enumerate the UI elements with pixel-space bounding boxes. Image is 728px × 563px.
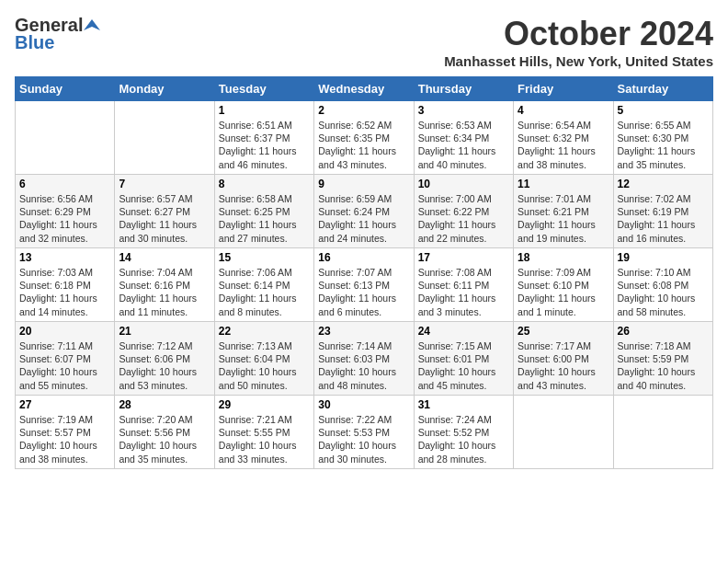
day-content: Sunrise: 7:10 AMSunset: 6:08 PMDaylight:…: [618, 266, 709, 318]
day-number: 3: [418, 104, 509, 117]
calendar-cell: 7Sunrise: 6:57 AMSunset: 6:27 PMDaylight…: [115, 175, 214, 248]
header-thursday: Thursday: [414, 77, 513, 101]
day-number: 31: [418, 398, 509, 411]
calendar-cell: [613, 396, 712, 469]
day-content: Sunrise: 6:51 AMSunset: 6:37 PMDaylight:…: [219, 119, 310, 171]
day-number: 16: [318, 251, 409, 264]
calendar-cell: 18Sunrise: 7:09 AMSunset: 6:10 PMDayligh…: [514, 248, 613, 322]
day-content: Sunrise: 7:13 AMSunset: 6:04 PMDaylight:…: [219, 339, 310, 392]
calendar-cell: 6Sunrise: 6:56 AMSunset: 6:29 PMDaylight…: [16, 175, 115, 248]
calendar-cell: 4Sunrise: 6:54 AMSunset: 6:32 PMDaylight…: [514, 101, 613, 175]
title-section: October 2024 Manhasset Hills, New York, …: [444, 15, 713, 69]
calendar-cell: 30Sunrise: 7:22 AMSunset: 5:53 PMDayligh…: [314, 396, 414, 469]
calendar-week-4: 20Sunrise: 7:11 AMSunset: 6:07 PMDayligh…: [16, 322, 713, 396]
day-content: Sunrise: 7:04 AMSunset: 6:16 PMDaylight:…: [119, 266, 210, 318]
calendar-cell: 5Sunrise: 6:55 AMSunset: 6:30 PMDaylight…: [613, 101, 712, 175]
day-number: 17: [418, 251, 509, 264]
calendar-week-3: 13Sunrise: 7:03 AMSunset: 6:18 PMDayligh…: [16, 248, 713, 322]
calendar-week-2: 6Sunrise: 6:56 AMSunset: 6:29 PMDaylight…: [16, 175, 713, 248]
calendar-cell: 11Sunrise: 7:01 AMSunset: 6:21 PMDayligh…: [514, 175, 613, 248]
day-number: 15: [219, 251, 310, 264]
calendar-cell: 14Sunrise: 7:04 AMSunset: 6:16 PMDayligh…: [115, 248, 214, 322]
day-number: 6: [19, 178, 110, 190]
day-number: 11: [518, 178, 609, 190]
calendar-cell: 21Sunrise: 7:12 AMSunset: 6:06 PMDayligh…: [115, 322, 214, 396]
calendar-cell: [115, 101, 214, 175]
day-number: 30: [318, 398, 409, 411]
svg-marker-0: [84, 19, 100, 30]
day-number: 14: [119, 251, 210, 264]
calendar-cell: 27Sunrise: 7:19 AMSunset: 5:57 PMDayligh…: [16, 396, 115, 469]
day-content: Sunrise: 6:52 AMSunset: 6:35 PMDaylight:…: [318, 119, 409, 171]
day-content: Sunrise: 7:17 AMSunset: 6:00 PMDaylight:…: [518, 339, 609, 392]
calendar-cell: 8Sunrise: 6:58 AMSunset: 6:25 PMDaylight…: [214, 175, 313, 248]
calendar-cell: 13Sunrise: 7:03 AMSunset: 6:18 PMDayligh…: [16, 248, 115, 322]
day-content: Sunrise: 7:14 AMSunset: 6:03 PMDaylight:…: [318, 339, 409, 392]
calendar-cell: 26Sunrise: 7:18 AMSunset: 5:59 PMDayligh…: [613, 322, 712, 396]
calendar-cell: 22Sunrise: 7:13 AMSunset: 6:04 PMDayligh…: [214, 322, 313, 396]
header-wednesday: Wednesday: [314, 77, 414, 101]
day-content: Sunrise: 7:19 AMSunset: 5:57 PMDaylight:…: [19, 413, 110, 465]
day-number: 7: [119, 178, 210, 190]
calendar-cell: 1Sunrise: 6:51 AMSunset: 6:37 PMDaylight…: [214, 101, 313, 175]
day-content: Sunrise: 7:24 AMSunset: 5:52 PMDaylight:…: [418, 413, 509, 465]
day-number: 2: [318, 104, 409, 117]
header-friday: Friday: [514, 77, 613, 101]
day-content: Sunrise: 6:58 AMSunset: 6:25 PMDaylight:…: [219, 192, 310, 245]
day-content: Sunrise: 6:56 AMSunset: 6:29 PMDaylight:…: [19, 192, 110, 245]
calendar-table: SundayMondayTuesdayWednesdayThursdayFrid…: [15, 76, 713, 469]
day-content: Sunrise: 6:54 AMSunset: 6:32 PMDaylight:…: [518, 119, 609, 171]
logo-bird-icon: [84, 17, 100, 34]
calendar-cell: [514, 396, 613, 469]
day-number: 22: [219, 325, 310, 338]
calendar-cell: 17Sunrise: 7:08 AMSunset: 6:11 PMDayligh…: [414, 248, 513, 322]
header-tuesday: Tuesday: [214, 77, 313, 101]
calendar-cell: 12Sunrise: 7:02 AMSunset: 6:19 PMDayligh…: [613, 175, 712, 248]
calendar-cell: 20Sunrise: 7:11 AMSunset: 6:07 PMDayligh…: [16, 322, 115, 396]
calendar-cell: 15Sunrise: 7:06 AMSunset: 6:14 PMDayligh…: [214, 248, 313, 322]
calendar-cell: 24Sunrise: 7:15 AMSunset: 6:01 PMDayligh…: [414, 322, 513, 396]
day-content: Sunrise: 6:55 AMSunset: 6:30 PMDaylight:…: [618, 119, 709, 171]
header-monday: Monday: [115, 77, 214, 101]
day-number: 25: [518, 325, 609, 338]
day-content: Sunrise: 7:06 AMSunset: 6:14 PMDaylight:…: [219, 266, 310, 318]
day-number: 4: [518, 104, 609, 117]
day-content: Sunrise: 7:07 AMSunset: 6:13 PMDaylight:…: [318, 266, 409, 318]
month-title: October 2024: [444, 15, 713, 53]
calendar-cell: [16, 101, 115, 175]
calendar-cell: 19Sunrise: 7:10 AMSunset: 6:08 PMDayligh…: [613, 248, 712, 322]
day-number: 1: [219, 104, 310, 117]
day-number: 10: [418, 178, 509, 190]
day-content: Sunrise: 7:09 AMSunset: 6:10 PMDaylight:…: [518, 266, 609, 318]
day-content: Sunrise: 6:53 AMSunset: 6:34 PMDaylight:…: [418, 119, 509, 171]
logo-blue: Blue: [15, 32, 54, 53]
day-content: Sunrise: 7:18 AMSunset: 5:59 PMDaylight:…: [618, 339, 709, 392]
calendar-week-5: 27Sunrise: 7:19 AMSunset: 5:57 PMDayligh…: [16, 396, 713, 469]
calendar-cell: 25Sunrise: 7:17 AMSunset: 6:00 PMDayligh…: [514, 322, 613, 396]
day-content: Sunrise: 7:00 AMSunset: 6:22 PMDaylight:…: [418, 192, 509, 245]
calendar-cell: 10Sunrise: 7:00 AMSunset: 6:22 PMDayligh…: [414, 175, 513, 248]
day-number: 24: [418, 325, 509, 338]
header-sunday: Sunday: [16, 77, 115, 101]
day-content: Sunrise: 7:11 AMSunset: 6:07 PMDaylight:…: [19, 339, 110, 392]
calendar-cell: 29Sunrise: 7:21 AMSunset: 5:55 PMDayligh…: [214, 396, 313, 469]
calendar-cell: 23Sunrise: 7:14 AMSunset: 6:03 PMDayligh…: [314, 322, 414, 396]
calendar-week-1: 1Sunrise: 6:51 AMSunset: 6:37 PMDaylight…: [16, 101, 713, 175]
day-number: 13: [19, 251, 110, 264]
calendar-cell: 3Sunrise: 6:53 AMSunset: 6:34 PMDaylight…: [414, 101, 513, 175]
day-number: 21: [119, 325, 210, 338]
header-saturday: Saturday: [613, 77, 712, 101]
day-number: 9: [318, 178, 409, 190]
calendar-cell: 2Sunrise: 6:52 AMSunset: 6:35 PMDaylight…: [314, 101, 414, 175]
day-number: 19: [618, 251, 709, 264]
day-content: Sunrise: 7:12 AMSunset: 6:06 PMDaylight:…: [119, 339, 210, 392]
day-content: Sunrise: 6:59 AMSunset: 6:24 PMDaylight:…: [318, 192, 409, 245]
day-number: 5: [618, 104, 709, 117]
calendar-cell: 16Sunrise: 7:07 AMSunset: 6:13 PMDayligh…: [314, 248, 414, 322]
day-content: Sunrise: 6:57 AMSunset: 6:27 PMDaylight:…: [119, 192, 210, 245]
day-content: Sunrise: 7:20 AMSunset: 5:56 PMDaylight:…: [119, 413, 210, 465]
day-number: 12: [618, 178, 709, 190]
day-number: 26: [618, 325, 709, 338]
day-content: Sunrise: 7:02 AMSunset: 6:19 PMDaylight:…: [618, 192, 709, 245]
calendar-cell: 28Sunrise: 7:20 AMSunset: 5:56 PMDayligh…: [115, 396, 214, 469]
